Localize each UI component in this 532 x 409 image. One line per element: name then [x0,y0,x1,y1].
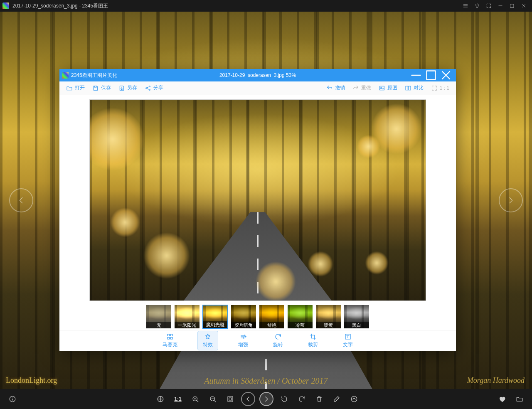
fit-screen-icon[interactable] [224,392,237,406]
zoom-in-icon[interactable] [189,392,202,406]
share-button[interactable]: 分享 [142,83,166,93]
svg-rect-7 [406,86,408,90]
tab-label: 马赛克 [163,341,177,348]
window-title: 2017-10-29_soderasen_3.jpg - 2345看图王 [12,2,108,10]
favorite-icon[interactable] [495,392,509,406]
tab-label: 特效 [203,341,213,348]
watermark-bl: LondonLight.org [6,376,57,385]
editor-minimize-icon[interactable] [409,69,424,81]
tab-label: 文字 [343,341,353,348]
pin-icon[interactable] [471,0,483,12]
svg-rect-10 [171,334,173,336]
bottom-toolbar: 1:1 [0,389,532,409]
editor-preview-image[interactable] [89,99,426,301]
tab-label: 裁剪 [308,341,318,348]
editor-titlebar[interactable]: 2345看图王图片美化 2017-10-29_soderasen_3.jpg 5… [59,69,456,81]
edit-icon[interactable] [330,392,343,406]
editor-app-icon [62,72,69,79]
effect-thumb-7[interactable]: 黑白 [344,305,369,329]
tab-rotate[interactable]: 旋转 [268,331,288,350]
open-folder-icon[interactable] [513,392,526,406]
image-viewport: LondonLight.org Autumn in Söderåsen / Oc… [0,12,532,389]
editor-canvas [59,95,456,303]
effect-thumb-4[interactable]: 鲜艳 [259,305,285,329]
tab-crop[interactable]: 裁剪 [303,331,323,350]
fullscreen-icon[interactable] [483,0,495,12]
effect-thumb-6[interactable]: 暖黄 [315,305,341,329]
effect-thumb-1[interactable]: 一米阳光 [174,305,200,329]
saveas-button[interactable]: 另存 [116,83,140,93]
thumb-label: 暖黄 [316,322,341,328]
svg-point-14 [245,336,246,337]
thumb-label: 胶片暗角 [231,322,256,328]
more-icon[interactable] [347,392,361,406]
menu-icon[interactable] [460,0,471,12]
open-button[interactable]: 打开 [64,83,87,93]
effect-thumb-3[interactable]: 胶片暗角 [231,305,256,329]
svg-point-13 [244,335,245,336]
editor-tool-tabs: 马赛克特效增强旋转裁剪文字 [59,330,456,351]
prev-image-button[interactable] [9,188,33,212]
tab-mosaic[interactable]: 马赛克 [158,331,182,350]
svg-point-23 [351,396,357,402]
effect-thumb-2[interactable]: 魔幻光斑 [202,305,228,329]
tab-effect[interactable]: 特效 [197,331,218,350]
onetoone-button[interactable]: 1 : 1 [429,84,452,93]
delete-icon[interactable] [313,392,326,406]
effect-thumbnails: 无一米阳光魔幻光斑胶片暗角鲜艳冷蓝暖黄黑白 [59,303,456,330]
svg-rect-1 [427,71,436,80]
editor-dialog: 2345看图王图片美化 2017-10-29_soderasen_3.jpg 5… [59,69,456,351]
svg-rect-9 [167,334,170,336]
tab-label: 旋转 [273,341,283,348]
svg-rect-21 [228,397,233,402]
info-icon[interactable] [6,392,19,406]
rotate-left-icon[interactable] [278,392,291,406]
thumb-label: 魔幻光斑 [203,321,227,328]
app-icon [2,2,9,9]
thumb-label: 黑白 [344,322,369,328]
thumb-label: 一米阳光 [175,322,200,328]
svg-rect-0 [510,4,514,7]
undo-button[interactable]: 撤销 [324,83,347,93]
caption-center: Autumn in Söderåsen / October 2017 [204,376,328,386]
save-button[interactable]: 保存 [90,83,113,93]
effect-thumb-0[interactable]: 无 [146,305,172,329]
svg-rect-5 [379,86,384,90]
thumb-label: 冷蓝 [288,322,313,328]
effect-thumb-5[interactable]: 冷蓝 [287,305,313,329]
close-icon[interactable] [518,0,530,12]
zoom-out-icon[interactable] [206,392,219,406]
editor-title: 2345看图王图片美化 [71,72,117,79]
svg-rect-8 [408,86,410,90]
editor-filename: 2017-10-29_soderasen_3.jpg 53% [219,72,296,78]
svg-rect-22 [229,398,232,400]
svg-point-6 [381,87,382,88]
minimize-icon[interactable] [495,0,506,12]
thumb-label: 无 [146,322,171,328]
actual-size-button[interactable]: 1:1 [171,392,185,406]
watermark-br: Morgan Hardwood [467,376,525,385]
next-button[interactable] [259,392,273,406]
tab-label: 增强 [238,341,248,348]
redo-button[interactable]: 重做 [350,83,374,93]
thumb-label: 鲜艳 [259,322,284,328]
tab-text[interactable]: 文字 [338,331,358,350]
slideshow-icon[interactable] [154,392,167,406]
compare-button[interactable]: 对比 [402,83,426,93]
rotate-right-icon[interactable] [295,392,308,406]
original-button[interactable]: 原图 [376,83,400,93]
maximize-icon[interactable] [506,0,518,12]
svg-rect-12 [171,337,173,339]
prev-button[interactable] [241,392,255,406]
editor-close-icon[interactable] [438,69,453,81]
svg-rect-11 [167,337,170,339]
main-titlebar: 2017-10-29_soderasen_3.jpg - 2345看图王 [0,0,532,12]
tab-enhance[interactable]: 增强 [233,331,253,350]
next-image-button[interactable] [499,188,523,212]
svg-point-15 [243,338,244,338]
editor-toolbar: 打开 保存 另存 分享 撤销 重做 原图 对比 1 : 1 [59,81,456,95]
editor-maximize-icon[interactable] [424,69,438,81]
